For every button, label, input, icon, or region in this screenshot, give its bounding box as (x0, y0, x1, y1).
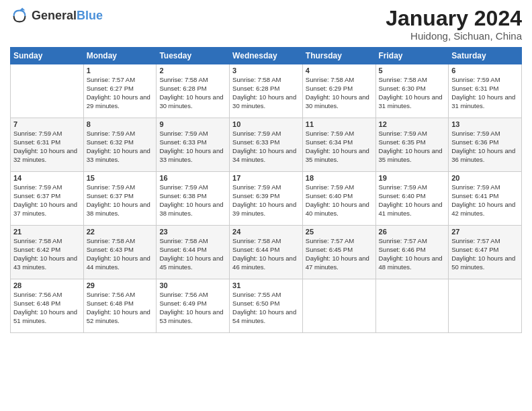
day-number: 26 (379, 228, 446, 236)
day-number: 17 (232, 174, 300, 182)
cell-content: Sunrise: 7:58 AM Sunset: 6:29 PM Dayligh… (306, 76, 373, 110)
day-number: 21 (13, 228, 81, 236)
cell-content: Sunrise: 7:59 AM Sunset: 6:32 PM Dayligh… (87, 130, 154, 164)
cell-content: Sunrise: 7:58 AM Sunset: 6:28 PM Dayligh… (159, 76, 226, 110)
title-block: January 2024 Huidong, Sichuan, China (386, 7, 522, 42)
logo-general: General (32, 9, 77, 22)
calendar-cell: 7Sunrise: 7:59 AM Sunset: 6:31 PM Daylig… (11, 118, 84, 172)
cell-content: Sunrise: 7:56 AM Sunset: 6:48 PM Dayligh… (87, 291, 154, 325)
cell-content: Sunrise: 7:57 AM Sunset: 6:47 PM Dayligh… (451, 237, 519, 271)
cell-content: Sunrise: 7:58 AM Sunset: 6:44 PM Dayligh… (232, 237, 300, 271)
weekday-tuesday: Tuesday (157, 48, 230, 64)
cell-content: Sunrise: 7:59 AM Sunset: 6:36 PM Dayligh… (451, 130, 519, 164)
logo-text: GeneralBlue (32, 9, 103, 23)
cell-content: Sunrise: 7:59 AM Sunset: 6:33 PM Dayligh… (232, 130, 300, 164)
calendar-cell: 27Sunrise: 7:57 AM Sunset: 6:47 PM Dayli… (449, 226, 522, 279)
calendar-cell: 31Sunrise: 7:55 AM Sunset: 6:50 PM Dayli… (230, 279, 303, 333)
day-number: 11 (306, 120, 373, 128)
day-number: 15 (87, 174, 154, 182)
day-number: 5 (379, 66, 446, 75)
day-number: 16 (159, 174, 226, 182)
cell-content: Sunrise: 7:59 AM Sunset: 6:31 PM Dayligh… (451, 76, 519, 110)
calendar-cell: 6Sunrise: 7:59 AM Sunset: 6:31 PM Daylig… (449, 64, 522, 118)
cell-content: Sunrise: 7:59 AM Sunset: 6:40 PM Dayligh… (306, 183, 373, 218)
day-number: 28 (13, 281, 81, 289)
calendar-cell (375, 279, 449, 333)
calendar-cell: 9Sunrise: 7:59 AM Sunset: 6:33 PM Daylig… (157, 118, 230, 172)
cell-content: Sunrise: 7:58 AM Sunset: 6:28 PM Dayligh… (232, 76, 300, 110)
calendar-cell: 15Sunrise: 7:59 AM Sunset: 6:37 PM Dayli… (83, 172, 157, 226)
day-number: 14 (13, 174, 81, 182)
day-number: 1 (87, 66, 154, 75)
cell-content: Sunrise: 7:58 AM Sunset: 6:43 PM Dayligh… (87, 237, 154, 271)
cell-content: Sunrise: 7:59 AM Sunset: 6:39 PM Dayligh… (232, 183, 300, 218)
calendar-cell: 28Sunrise: 7:56 AM Sunset: 6:48 PM Dayli… (11, 279, 84, 333)
cell-content: Sunrise: 7:59 AM Sunset: 6:41 PM Dayligh… (451, 183, 519, 218)
calendar-cell (11, 64, 84, 118)
calendar-cell: 5Sunrise: 7:58 AM Sunset: 6:30 PM Daylig… (375, 64, 449, 118)
calendar-cell: 14Sunrise: 7:59 AM Sunset: 6:37 PM Dayli… (11, 172, 84, 226)
cell-content: Sunrise: 7:59 AM Sunset: 6:37 PM Dayligh… (87, 183, 154, 218)
weekday-header-row: SundayMondayTuesdayWednesdayThursdayFrid… (11, 48, 522, 64)
calendar-cell: 18Sunrise: 7:59 AM Sunset: 6:40 PM Dayli… (302, 172, 375, 226)
cell-content: Sunrise: 7:57 AM Sunset: 6:46 PM Dayligh… (379, 237, 446, 271)
logo: GeneralBlue (10, 7, 103, 26)
cell-content: Sunrise: 7:59 AM Sunset: 6:37 PM Dayligh… (13, 183, 81, 218)
day-number: 6 (451, 66, 519, 75)
cell-content: Sunrise: 7:56 AM Sunset: 6:49 PM Dayligh… (159, 291, 226, 325)
calendar-cell: 23Sunrise: 7:58 AM Sunset: 6:44 PM Dayli… (157, 226, 230, 279)
day-number: 10 (232, 120, 300, 128)
day-number: 30 (159, 281, 226, 289)
cell-content: Sunrise: 7:58 AM Sunset: 6:42 PM Dayligh… (13, 237, 81, 271)
calendar-cell: 25Sunrise: 7:57 AM Sunset: 6:45 PM Dayli… (302, 226, 375, 279)
calendar-cell (302, 279, 375, 333)
calendar-cell: 8Sunrise: 7:59 AM Sunset: 6:32 PM Daylig… (83, 118, 157, 172)
day-number: 20 (451, 174, 519, 182)
calendar-cell: 10Sunrise: 7:59 AM Sunset: 6:33 PM Dayli… (230, 118, 303, 172)
calendar-cell: 16Sunrise: 7:59 AM Sunset: 6:38 PM Dayli… (157, 172, 230, 226)
day-number: 31 (232, 281, 300, 289)
day-number: 9 (159, 120, 226, 128)
cell-content: Sunrise: 7:57 AM Sunset: 6:45 PM Dayligh… (306, 237, 373, 271)
cell-content: Sunrise: 7:56 AM Sunset: 6:48 PM Dayligh… (13, 291, 81, 325)
weekday-monday: Monday (83, 48, 157, 64)
day-number: 22 (87, 228, 154, 236)
day-number: 24 (232, 228, 300, 236)
day-number: 2 (159, 66, 226, 75)
day-number: 13 (451, 120, 519, 128)
calendar-cell: 2Sunrise: 7:58 AM Sunset: 6:28 PM Daylig… (157, 64, 230, 118)
calendar-cell: 20Sunrise: 7:59 AM Sunset: 6:41 PM Dayli… (449, 172, 522, 226)
calendar-cell: 22Sunrise: 7:58 AM Sunset: 6:43 PM Dayli… (83, 226, 157, 279)
week-row-1: 1Sunrise: 7:57 AM Sunset: 6:27 PM Daylig… (11, 64, 522, 118)
calendar-cell: 13Sunrise: 7:59 AM Sunset: 6:36 PM Dayli… (449, 118, 522, 172)
calendar-cell: 4Sunrise: 7:58 AM Sunset: 6:29 PM Daylig… (302, 64, 375, 118)
calendar-cell: 30Sunrise: 7:56 AM Sunset: 6:49 PM Dayli… (157, 279, 230, 333)
week-row-3: 14Sunrise: 7:59 AM Sunset: 6:37 PM Dayli… (11, 172, 522, 226)
cell-content: Sunrise: 7:55 AM Sunset: 6:50 PM Dayligh… (232, 291, 300, 325)
day-number: 29 (87, 281, 154, 289)
cell-content: Sunrise: 7:58 AM Sunset: 6:44 PM Dayligh… (159, 237, 226, 271)
weekday-thursday: Thursday (302, 48, 375, 64)
logo-icon (10, 7, 29, 26)
calendar-cell: 19Sunrise: 7:59 AM Sunset: 6:40 PM Dayli… (375, 172, 449, 226)
calendar-cell: 26Sunrise: 7:57 AM Sunset: 6:46 PM Dayli… (375, 226, 449, 279)
day-number: 8 (87, 120, 154, 128)
calendar-cell: 29Sunrise: 7:56 AM Sunset: 6:48 PM Dayli… (83, 279, 157, 333)
header: GeneralBlue January 2024 Huidong, Sichua… (10, 7, 522, 42)
calendar-cell: 21Sunrise: 7:58 AM Sunset: 6:42 PM Dayli… (11, 226, 84, 279)
calendar-table: SundayMondayTuesdayWednesdayThursdayFrid… (10, 47, 522, 333)
calendar-cell: 17Sunrise: 7:59 AM Sunset: 6:39 PM Dayli… (230, 172, 303, 226)
day-number: 4 (306, 66, 373, 75)
cell-content: Sunrise: 7:59 AM Sunset: 6:31 PM Dayligh… (13, 130, 81, 164)
week-row-5: 28Sunrise: 7:56 AM Sunset: 6:48 PM Dayli… (11, 279, 522, 333)
weekday-wednesday: Wednesday (230, 48, 303, 64)
cell-content: Sunrise: 7:59 AM Sunset: 6:34 PM Dayligh… (306, 130, 373, 164)
location: Huidong, Sichuan, China (386, 30, 522, 42)
cell-content: Sunrise: 7:59 AM Sunset: 6:38 PM Dayligh… (159, 183, 226, 218)
cell-content: Sunrise: 7:59 AM Sunset: 6:40 PM Dayligh… (379, 183, 446, 218)
calendar-cell: 3Sunrise: 7:58 AM Sunset: 6:28 PM Daylig… (230, 64, 303, 118)
weekday-friday: Friday (375, 48, 449, 64)
week-row-4: 21Sunrise: 7:58 AM Sunset: 6:42 PM Dayli… (11, 226, 522, 279)
day-number: 18 (306, 174, 373, 182)
calendar-cell: 11Sunrise: 7:59 AM Sunset: 6:34 PM Dayli… (302, 118, 375, 172)
